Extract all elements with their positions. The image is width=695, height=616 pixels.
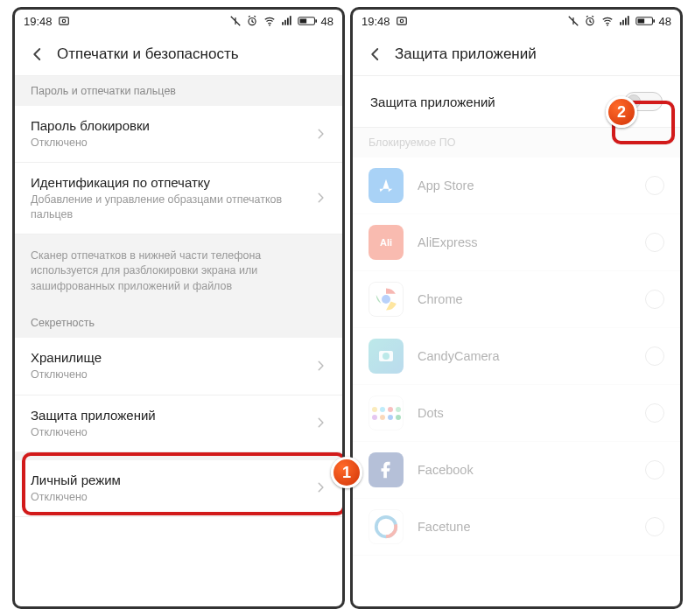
app-row[interactable]: App Store bbox=[353, 158, 680, 214]
chevron-right-icon bbox=[314, 413, 326, 433]
app-icon-appstore bbox=[369, 168, 404, 203]
phone-frame-right: 19:48 48 Защита приложений Защита прилож… bbox=[350, 7, 683, 609]
mute-icon bbox=[229, 15, 242, 27]
app-icon-chrome bbox=[369, 282, 404, 317]
annotation-callout-1: 1 bbox=[331, 457, 362, 488]
svg-rect-24 bbox=[379, 351, 393, 361]
app-icon-facetune bbox=[369, 509, 404, 544]
svg-rect-6 bbox=[287, 18, 289, 25]
status-battery-pct: 48 bbox=[321, 15, 333, 28]
svg-rect-0 bbox=[59, 18, 68, 24]
radio-unchecked[interactable] bbox=[645, 290, 664, 309]
radio-unchecked[interactable] bbox=[645, 176, 664, 195]
svg-rect-16 bbox=[622, 20, 624, 25]
row-title: Идентификация по отпечатку bbox=[31, 175, 307, 190]
svg-point-22 bbox=[376, 289, 397, 311]
app-icon-dots bbox=[369, 396, 404, 430]
radio-unchecked[interactable] bbox=[645, 517, 664, 536]
row-personal-mode[interactable]: Личный режим Отключено bbox=[15, 460, 342, 517]
svg-rect-9 bbox=[315, 19, 317, 22]
section-header-blocked: Блокируемое ПО bbox=[353, 128, 680, 158]
svg-point-1 bbox=[62, 19, 66, 23]
toggle-label: Защита приложений bbox=[370, 94, 624, 109]
row-storage[interactable]: Хранилище Отключено bbox=[15, 338, 342, 395]
svg-rect-21 bbox=[637, 18, 644, 23]
battery-icon bbox=[298, 16, 317, 26]
radio-unchecked[interactable] bbox=[645, 460, 664, 480]
page-title: Отпечатки и безопасность bbox=[57, 46, 239, 63]
annotation-callout-2: 2 bbox=[606, 96, 637, 128]
status-battery-pct: 48 bbox=[659, 15, 671, 28]
svg-rect-18 bbox=[627, 16, 628, 25]
app-icon-fb bbox=[369, 452, 404, 487]
svg-rect-15 bbox=[620, 22, 621, 25]
row-app-protection[interactable]: Защита приложений Отключено bbox=[15, 396, 342, 452]
app-name-label: CandyCamera bbox=[418, 349, 645, 363]
radio-unchecked[interactable] bbox=[645, 346, 664, 366]
svg-point-14 bbox=[607, 24, 608, 26]
app-name-label: Chrome bbox=[418, 292, 645, 306]
svg-rect-17 bbox=[625, 18, 627, 25]
dimmed-app-list: Блокируемое ПО App StoreAliAliExpressChr… bbox=[353, 128, 680, 556]
screenshot-icon bbox=[396, 15, 408, 27]
back-button[interactable] bbox=[22, 38, 53, 70]
chevron-right-icon bbox=[314, 478, 326, 498]
svg-rect-11 bbox=[397, 18, 406, 24]
chevron-right-icon bbox=[314, 188, 326, 208]
alarm-icon bbox=[584, 15, 596, 27]
svg-rect-4 bbox=[282, 22, 284, 25]
signal-icon bbox=[281, 15, 293, 27]
status-time: 19:48 bbox=[362, 15, 390, 28]
status-bar: 19:48 48 bbox=[15, 10, 342, 32]
row-lock-password[interactable]: Пароль блокировки Отключено bbox=[15, 106, 342, 163]
wifi-icon bbox=[600, 15, 614, 27]
app-name-label: AliExpress bbox=[418, 235, 645, 249]
svg-point-25 bbox=[383, 353, 390, 360]
svg-rect-7 bbox=[289, 16, 291, 25]
app-row[interactable]: Dots bbox=[353, 385, 680, 442]
app-row[interactable]: Chrome bbox=[353, 271, 680, 328]
app-name-label: Facetune bbox=[418, 520, 645, 534]
row-sub: Отключено bbox=[31, 136, 307, 150]
app-name-label: Facebook bbox=[418, 463, 645, 477]
svg-point-3 bbox=[269, 24, 270, 26]
app-row[interactable]: Facebook bbox=[353, 442, 680, 499]
section-header-password: Пароль и отпечатки пальцев bbox=[15, 76, 342, 106]
mute-icon bbox=[567, 15, 579, 27]
row-fingerprint-id[interactable]: Идентификация по отпечатку Добавление и … bbox=[15, 163, 342, 234]
chevron-right-icon bbox=[314, 356, 326, 376]
row-title: Пароль блокировки bbox=[31, 118, 307, 133]
status-bar: 19:48 48 bbox=[353, 10, 680, 32]
svg-point-27 bbox=[376, 517, 397, 537]
row-title: Защита приложений bbox=[31, 408, 307, 423]
screenshot-icon bbox=[58, 15, 70, 27]
app-icon-candy bbox=[369, 339, 404, 374]
header: Защита приложений bbox=[353, 32, 680, 76]
page-title: Защита приложений bbox=[395, 46, 537, 63]
app-row[interactable]: AliAliExpress bbox=[353, 214, 680, 271]
app-row[interactable]: CandyCamera bbox=[353, 328, 680, 385]
svg-point-23 bbox=[382, 295, 390, 304]
row-sub: Добавление и управление образцами отпеча… bbox=[31, 192, 307, 221]
wifi-icon bbox=[263, 15, 277, 27]
alarm-icon bbox=[246, 15, 258, 27]
row-sub: Отключено bbox=[31, 425, 307, 439]
app-icon-ali: Ali bbox=[369, 225, 404, 260]
radio-unchecked[interactable] bbox=[645, 403, 664, 423]
row-sub: Отключено bbox=[31, 490, 307, 504]
row-title: Хранилище bbox=[31, 350, 307, 365]
back-button[interactable] bbox=[360, 38, 391, 70]
row-sub: Отключено bbox=[31, 368, 307, 382]
app-row[interactable]: Facetune bbox=[353, 499, 680, 556]
radio-unchecked[interactable] bbox=[645, 233, 664, 252]
phone-frame-left: 19:48 48 Отпечатки и безопасность Пароль… bbox=[12, 7, 345, 609]
svg-point-12 bbox=[400, 19, 404, 23]
svg-rect-10 bbox=[299, 18, 306, 23]
signal-icon bbox=[619, 15, 631, 27]
app-name-label: App Store bbox=[418, 178, 645, 192]
battery-icon bbox=[635, 16, 655, 26]
info-text-scanner: Сканер отпечатков в нижней части телефон… bbox=[15, 234, 342, 309]
row-title: Личный режим bbox=[31, 472, 307, 487]
app-name-label: Dots bbox=[418, 406, 645, 420]
header: Отпечатки и безопасность bbox=[15, 32, 342, 76]
